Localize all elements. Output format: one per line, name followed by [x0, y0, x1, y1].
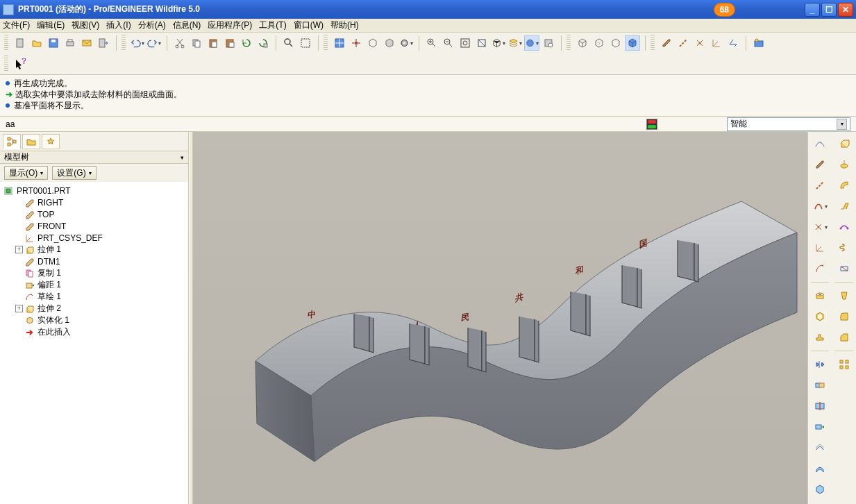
toolbar-grip[interactable]	[4, 56, 8, 72]
toolbar-grip[interactable]	[651, 35, 655, 51]
tree-node[interactable]: 在此插入	[1, 326, 187, 338]
open-button[interactable]	[29, 35, 44, 51]
layer-button[interactable]	[507, 35, 523, 51]
find-button[interactable]	[281, 35, 296, 51]
datum-curve-icon[interactable]	[810, 197, 830, 215]
extrude-tool-icon[interactable]	[834, 135, 854, 153]
round-tool-icon[interactable]	[834, 308, 854, 326]
render-button[interactable]	[751, 35, 766, 51]
menu-help[interactable]: 帮助(H)	[330, 19, 359, 31]
tree-node[interactable]: FRONT	[1, 220, 187, 232]
merge-tool-icon[interactable]	[810, 376, 830, 394]
sweep-tool-icon[interactable]	[834, 176, 854, 194]
cut-button[interactable]	[172, 35, 187, 51]
chamfer-tool-icon[interactable]	[834, 328, 854, 346]
shading-iso-button[interactable]	[382, 35, 397, 51]
paste-button[interactable]	[205, 35, 221, 51]
toolbar-grip[interactable]	[121, 35, 126, 51]
menu-analysis[interactable]: 分析(A)	[138, 19, 166, 31]
spin-center-button[interactable]	[349, 35, 364, 51]
datum-point-toggle[interactable]	[692, 35, 707, 51]
whats-this-button[interactable]: ?	[12, 56, 28, 72]
regenerate-manage-button[interactable]	[255, 35, 271, 51]
menu-window[interactable]: 窗口(W)	[294, 19, 324, 31]
offset-tool-icon[interactable]	[810, 439, 830, 457]
zoom-in-button[interactable]	[424, 35, 439, 51]
tree-node[interactable]: +拉伸 2	[1, 303, 187, 314]
tree-root[interactable]: PRT0001.PRT	[1, 185, 187, 196]
tab-favorites[interactable]	[42, 134, 60, 149]
hole-tool-icon[interactable]	[810, 287, 830, 305]
zoom-out-button[interactable]	[441, 35, 456, 51]
saved-view-button[interactable]	[491, 35, 506, 51]
datum-axis-toggle[interactable]	[675, 35, 691, 51]
no-hidden-button[interactable]	[608, 35, 623, 51]
trim-tool-icon[interactable]	[810, 397, 830, 415]
menu-file[interactable]: 文件(F)	[3, 19, 30, 31]
reorient-button[interactable]	[474, 35, 489, 51]
command-input[interactable]: aa	[6, 119, 646, 129]
tree-node[interactable]: PRT_CSYS_DEF	[1, 232, 187, 244]
draft-tool-icon[interactable]	[834, 287, 854, 305]
sketch-line-icon[interactable]	[810, 135, 830, 153]
tree-header[interactable]: 模型树 ▾	[0, 151, 188, 164]
toolbar-grip[interactable]	[567, 35, 571, 51]
shaded-button[interactable]	[625, 35, 640, 51]
tree-node[interactable]: RIGHT	[1, 196, 187, 208]
menu-info[interactable]: 信息(N)	[173, 19, 201, 31]
refit-button[interactable]	[458, 35, 473, 51]
datum-plane-toggle[interactable]	[659, 35, 674, 51]
rib-tool-icon[interactable]	[810, 328, 830, 346]
sketch-tool-icon[interactable]	[810, 260, 830, 278]
color-display-button[interactable]	[524, 35, 539, 51]
save-button[interactable]	[46, 35, 61, 51]
datum-point-icon[interactable]	[810, 218, 830, 236]
solidify-tool-icon[interactable]	[810, 480, 830, 498]
tree-node[interactable]: DTM1	[1, 255, 187, 267]
mirror-tool-icon[interactable]	[810, 355, 830, 373]
paste-special-button[interactable]	[222, 35, 237, 51]
extend-tool-icon[interactable]	[810, 418, 830, 436]
tree-show-button[interactable]: 显示(O)	[4, 166, 48, 180]
notification-badge[interactable]: 68	[714, 3, 735, 17]
redo-button[interactable]	[146, 35, 162, 51]
tree-settings-button[interactable]: 设置(G)	[52, 166, 96, 180]
annotation-toggle[interactable]	[725, 35, 741, 51]
orient-button[interactable]	[365, 35, 380, 51]
tab-folder[interactable]	[22, 134, 40, 149]
tree-node[interactable]: 实体化 1	[1, 314, 187, 326]
menu-application[interactable]: 应用程序(P)	[208, 19, 252, 31]
print-button[interactable]	[62, 35, 78, 51]
datum-csys-icon[interactable]	[810, 239, 830, 257]
tree-node[interactable]: +拉伸 1	[1, 244, 187, 255]
select-box-button[interactable]	[298, 35, 313, 51]
mail-button[interactable]	[79, 35, 94, 51]
menu-view[interactable]: 视图(V)	[72, 19, 99, 31]
menu-insert[interactable]: 插入(I)	[106, 19, 131, 31]
copy-button[interactable]	[189, 35, 204, 51]
shell-tool-icon[interactable]	[810, 308, 830, 326]
undo-button[interactable]	[130, 35, 145, 51]
toolbar-grip[interactable]	[4, 35, 8, 51]
minimize-button[interactable]: _	[805, 3, 820, 17]
view-manager-button[interactable]	[332, 35, 347, 51]
model-tree[interactable]: PRT0001.PRT RIGHTTOPFRONTPRT_CSYS_DEF+拉伸…	[0, 182, 188, 504]
datum-csys-toggle[interactable]	[709, 35, 724, 51]
menu-edit[interactable]: 编辑(E)	[37, 19, 65, 31]
blend-tool-icon[interactable]	[834, 197, 854, 215]
tree-node[interactable]: 草绘 1	[1, 291, 187, 303]
export-button[interactable]	[96, 35, 111, 51]
close-button[interactable]: ✕	[838, 3, 853, 17]
expand-toggle[interactable]: +	[15, 305, 23, 312]
toolbar-grip[interactable]	[324, 35, 328, 51]
pattern-tool-icon[interactable]	[834, 355, 854, 373]
new-button[interactable]	[12, 35, 28, 51]
menu-tools[interactable]: 工具(T)	[259, 19, 286, 31]
appearance-button[interactable]	[398, 35, 414, 51]
wireframe-button[interactable]	[575, 35, 590, 51]
regenerate-button[interactable]	[239, 35, 254, 51]
datum-plane-icon[interactable]	[810, 156, 830, 174]
hidden-line-button[interactable]	[591, 35, 607, 51]
thicken-tool-icon[interactable]	[810, 460, 830, 478]
tree-node[interactable]: 复制 1	[1, 267, 187, 279]
